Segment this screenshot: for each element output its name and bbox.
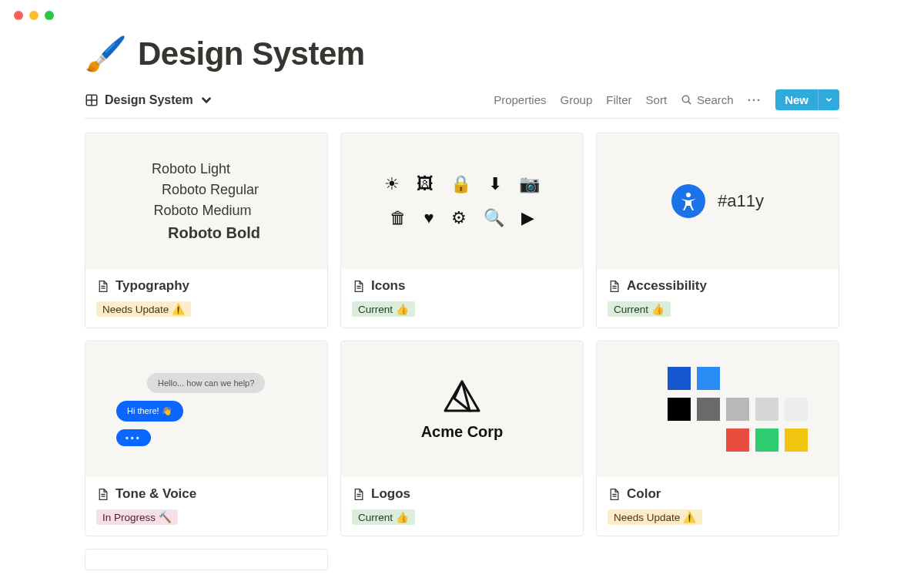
new-button[interactable]: New: [775, 89, 818, 110]
trash-icon: 🗑: [390, 208, 407, 228]
lock-icon: 🔒: [450, 174, 471, 194]
card-cover: Hello... how can we help? Hi there! 👋 ••…: [85, 341, 327, 477]
page-title[interactable]: Design System: [138, 35, 365, 72]
chat-bubble-grey: Hello... how can we help?: [147, 373, 265, 393]
card-tone-voice[interactable]: Hello... how can we help? Hi there! 👋 ••…: [85, 341, 328, 536]
page-icon: [96, 488, 109, 501]
card-color[interactable]: Color Needs Update ⚠️: [596, 341, 839, 536]
close-window-dot[interactable]: [14, 11, 23, 20]
card-placeholder[interactable]: [85, 549, 328, 570]
status-tag: Current 👍: [608, 301, 671, 317]
chat-bubble-blue: Hi there! 👋: [116, 401, 183, 422]
page-icon: [352, 488, 365, 501]
color-swatch: [785, 398, 808, 421]
view-name: Design System: [105, 93, 193, 107]
gallery-grid-next-row: [85, 549, 839, 570]
color-swatch: [755, 428, 778, 452]
svg-line-4: [688, 102, 691, 104]
status-tag: Current 👍: [352, 301, 415, 317]
page-header: 🖌️ Design System: [85, 34, 839, 74]
card-cover: [597, 341, 839, 477]
page-icon: [608, 280, 621, 293]
svg-point-3: [682, 96, 688, 102]
database-toolbar: Design System Properties Group Filter So…: [85, 89, 839, 119]
card-cover: Acme Corp: [341, 341, 583, 477]
gallery-view-icon: [85, 93, 99, 107]
search-label: Search: [697, 93, 734, 106]
image-icon: 🖼: [417, 174, 434, 194]
heart-icon: ♥: [424, 208, 434, 228]
card-accessibility[interactable]: #a11y Accessibility Current 👍: [596, 133, 839, 328]
page-icon: [608, 488, 621, 501]
typo-sample-bold: Roboto Bold: [168, 221, 260, 244]
new-button-dropdown[interactable]: [818, 89, 839, 110]
color-swatch: [697, 367, 720, 390]
status-tag: Needs Update ⚠️: [608, 509, 702, 525]
properties-button[interactable]: Properties: [494, 93, 546, 106]
typo-sample-regular: Roboto Regular: [162, 180, 259, 200]
new-button-group: New: [775, 89, 839, 110]
card-title: Tone & Voice: [116, 486, 196, 502]
card-cover: #a11y: [597, 133, 839, 269]
window-traffic-lights: [0, 0, 924, 20]
card-title: Accessibility: [627, 278, 707, 294]
zoom-window-dot[interactable]: [45, 11, 54, 20]
page-emoji-icon[interactable]: 🖌️: [85, 34, 127, 74]
accessibility-icon: [671, 184, 705, 218]
page-icon: [352, 280, 365, 293]
card-typography[interactable]: Roboto Light Roboto Regular Roboto Mediu…: [85, 133, 328, 328]
color-swatch: [726, 398, 749, 421]
color-swatch: [785, 428, 808, 452]
card-title: Typography: [116, 278, 189, 294]
typo-sample-light: Roboto Light: [152, 159, 230, 180]
group-button[interactable]: Group: [561, 93, 593, 106]
color-swatch: [668, 398, 691, 421]
gallery-grid: Roboto Light Roboto Regular Roboto Mediu…: [85, 133, 839, 536]
play-icon: ▶: [521, 208, 534, 228]
card-title: Logos: [371, 486, 410, 502]
search-icon: 🔍: [484, 208, 504, 228]
search-button[interactable]: Search: [681, 93, 734, 106]
card-cover: Roboto Light Roboto Regular Roboto Mediu…: [85, 133, 327, 269]
card-logos[interactable]: Acme Corp Logos Current 👍: [340, 341, 584, 536]
svg-point-9: [686, 193, 691, 197]
penrose-logo-icon: [440, 378, 484, 417]
brightness-icon: ☀: [384, 174, 400, 194]
sort-button[interactable]: Sort: [646, 93, 668, 106]
view-switcher[interactable]: Design System: [85, 93, 213, 107]
more-menu-button[interactable]: ···: [748, 93, 762, 106]
hashtag-text: #a11y: [718, 191, 764, 211]
minimize-window-dot[interactable]: [29, 11, 38, 20]
card-title: Icons: [371, 278, 405, 294]
card-title: Color: [627, 486, 661, 502]
gear-icon: ⚙: [451, 208, 467, 228]
status-tag: Needs Update ⚠️: [96, 301, 191, 317]
color-swatch: [668, 367, 691, 390]
swatch-row-mid: [668, 398, 808, 421]
typing-indicator: •••: [116, 429, 151, 446]
status-tag: Current 👍: [352, 509, 415, 525]
swatch-row-top: [668, 367, 720, 390]
swatch-row-accent: [726, 428, 808, 452]
color-swatch: [726, 428, 749, 452]
page-icon: [96, 280, 109, 293]
camera-icon: 📷: [519, 174, 540, 194]
filter-button[interactable]: Filter: [606, 93, 631, 106]
typo-sample-medium: Roboto Medium: [153, 200, 251, 221]
download-icon: ⬇: [488, 174, 502, 194]
search-icon: [681, 94, 692, 106]
logo-text: Acme Corp: [421, 423, 504, 441]
color-swatch: [697, 398, 720, 421]
chevron-down-icon: [199, 93, 213, 107]
chevron-down-icon: [825, 96, 833, 104]
status-tag: In Progress 🔨: [96, 509, 178, 525]
color-swatch: [755, 398, 778, 421]
card-icons[interactable]: ☀ 🖼 🔒 ⬇ 📷 🗑 ♥ ⚙ 🔍 ▶ Icons: [340, 133, 584, 328]
card-cover: ☀ 🖼 🔒 ⬇ 📷 🗑 ♥ ⚙ 🔍 ▶: [341, 133, 583, 269]
